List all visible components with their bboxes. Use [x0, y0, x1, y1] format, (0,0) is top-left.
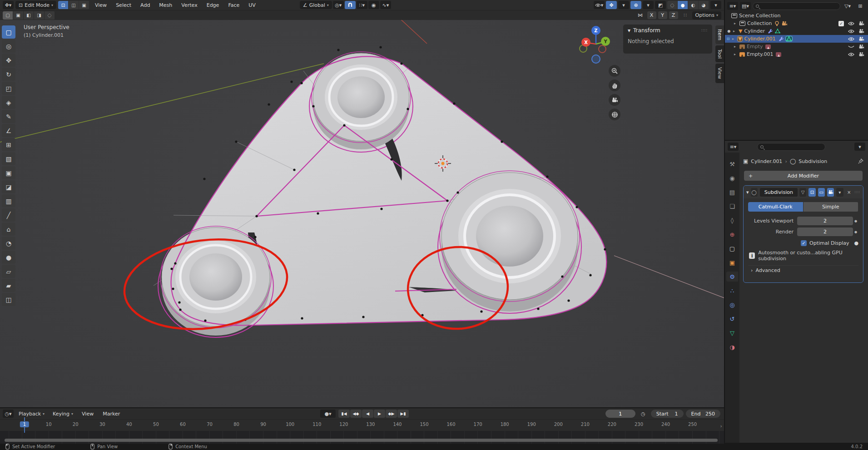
outliner-row-cylinder[interactable]: ● ▸ ▼ Cylinder: [725, 27, 868, 35]
properties-tab-physics[interactable]: ◎: [726, 300, 738, 310]
panel-collapse-icon[interactable]: ▾: [628, 27, 630, 34]
pivot-point-dropdown[interactable]: ◎▾: [333, 1, 344, 9]
tool-loop-cut-button[interactable]: ▥: [2, 194, 15, 208]
tool-transform-button[interactable]: ◈: [2, 96, 15, 109]
menu-view[interactable]: View: [91, 2, 110, 8]
outliner-row-scene-collection[interactable]: Scene Collection: [725, 12, 868, 20]
tool-add-cube-button[interactable]: ⊞: [2, 138, 15, 151]
tool-edge-slide-button[interactable]: ▱: [2, 265, 15, 278]
select-set-button[interactable]: ▢: [3, 11, 13, 20]
add-modifier-button[interactable]: + Add Modifier: [744, 171, 863, 181]
modifier-name-field[interactable]: Subdivision: [760, 188, 798, 197]
properties-search[interactable]: [757, 143, 825, 151]
camera-visibility-icon[interactable]: [858, 36, 864, 41]
menu-uv[interactable]: UV: [245, 2, 259, 8]
next-keyframe-button[interactable]: ◆▶: [386, 410, 397, 418]
tool-rip-region-button[interactable]: ◫: [2, 293, 15, 306]
tool-cursor-button[interactable]: ◎: [2, 40, 15, 53]
camera-visibility-icon[interactable]: [858, 44, 864, 49]
camera-view-button[interactable]: [609, 94, 620, 106]
snap-magnet-toggle[interactable]: [345, 1, 356, 9]
mode-dropdown[interactable]: ⊡ Edit Mode ▾: [15, 1, 56, 9]
timeline-track[interactable]: [0, 431, 724, 444]
outliner-row-collection[interactable]: ▸ Collection ✓: [725, 20, 868, 27]
menu-mesh[interactable]: Mesh: [155, 2, 176, 8]
outliner-row-empty-001[interactable]: ▸ ▲ Empty.001 ▲: [725, 50, 868, 58]
tool-scale-button[interactable]: ◰: [2, 82, 15, 95]
edge-select-button[interactable]: ◫: [69, 1, 79, 9]
overlays-dropdown[interactable]: ▾: [643, 1, 654, 9]
properties-tab-output[interactable]: ▤: [726, 187, 738, 197]
menu-vertex[interactable]: Vertex: [178, 2, 201, 8]
playback-menu[interactable]: Playback▾: [15, 410, 48, 418]
timeline-ruler[interactable]: 1 › 102030405060708090100110120130140150…: [0, 419, 724, 431]
expand-icon[interactable]: ▸: [732, 37, 736, 41]
tool-bevel-button[interactable]: ◪: [2, 180, 15, 193]
properties-search-input[interactable]: [765, 144, 822, 149]
play-button[interactable]: ▶: [374, 410, 385, 418]
tool-rotate-button[interactable]: ↻: [2, 68, 15, 81]
select-extend-button[interactable]: ▣: [13, 11, 23, 20]
ruler-collapse-icon[interactable]: ›: [720, 423, 722, 429]
keyframe-dot[interactable]: ●: [853, 230, 858, 234]
menu-face[interactable]: Face: [224, 2, 243, 8]
tool-poly-build-button[interactable]: ⌂: [2, 223, 15, 236]
show-on-cage-toggle[interactable]: ▽: [799, 188, 806, 197]
outliner-row-cylinder-001[interactable]: ⊡ ▸ ▼ Cylinder.001: [725, 35, 868, 43]
properties-tab-object[interactable]: ▣: [726, 257, 738, 267]
eye-icon[interactable]: [848, 29, 854, 34]
tool-select-box-button[interactable]: ▢: [2, 25, 15, 39]
properties-tab-view-layer[interactable]: ❏: [726, 201, 738, 211]
tab-view[interactable]: View: [715, 64, 724, 83]
modifier-drag-handle[interactable]: ∷∷: [855, 190, 860, 194]
timeline-editor-type-button[interactable]: ◷▾: [3, 410, 14, 418]
properties-editor-type-button[interactable]: ≡▾: [728, 143, 739, 151]
tool-knife-button[interactable]: ╱: [2, 208, 15, 222]
select-subtract-button[interactable]: ◧: [24, 11, 34, 20]
play-reverse-button[interactable]: ◀: [362, 410, 373, 418]
pin-icon[interactable]: [858, 158, 863, 164]
outliner-search-input[interactable]: [761, 4, 837, 9]
vertex-select-button[interactable]: ⊡: [58, 1, 68, 9]
breadcrumb-modifier[interactable]: Subdivision: [799, 158, 827, 164]
pan-hand-button[interactable]: [609, 79, 620, 91]
camera-visibility-icon[interactable]: [858, 52, 864, 57]
eye-icon[interactable]: [848, 52, 854, 57]
shading-material-button[interactable]: ◐: [688, 1, 698, 9]
keyframe-dot[interactable]: ●: [853, 219, 858, 223]
tool-annotate-button[interactable]: ✎: [2, 110, 15, 123]
stopwatch-icon[interactable]: ◷: [638, 410, 649, 418]
properties-tab-object-data[interactable]: ▽: [726, 328, 738, 338]
eye-icon[interactable]: [848, 37, 854, 41]
mirror-x-button[interactable]: X: [647, 11, 656, 19]
expand-icon[interactable]: ▸: [733, 29, 737, 33]
shading-rendered-button[interactable]: ◕: [699, 1, 709, 9]
gizmos-toggle[interactable]: ✥: [606, 1, 617, 9]
face-select-button[interactable]: ▣: [79, 1, 89, 9]
current-frame-field[interactable]: 1: [605, 410, 635, 418]
outliner-editor-type-button[interactable]: ≡▾: [727, 2, 738, 10]
eye-icon[interactable]: [848, 21, 854, 26]
snap-with-dropdown[interactable]: ∷▾: [357, 1, 367, 9]
3d-viewport[interactable]: ▢◎✥↻◰◈✎∠⊞▧▣◪▥╱⌂◔●▱▰◫ User Perspective (1…: [0, 20, 724, 407]
xray-toggle[interactable]: ◩: [655, 1, 666, 9]
timeline-scrollbar[interactable]: [5, 439, 718, 442]
levels-viewport-field[interactable]: 2: [797, 217, 853, 225]
properties-tab-constraints[interactable]: ↺: [726, 314, 738, 324]
expand-icon[interactable]: ▸: [734, 52, 738, 56]
tab-tool[interactable]: Tool: [715, 45, 724, 62]
editor-type-button[interactable]: ✥▾: [3, 1, 14, 9]
show-in-edit-mode-toggle[interactable]: ⊡: [808, 188, 815, 197]
optimal-display-checkbox[interactable]: ✓: [801, 240, 807, 246]
collection-checkbox[interactable]: ✓: [838, 21, 844, 26]
expand-icon[interactable]: ▸: [734, 21, 738, 25]
proportional-editing-toggle[interactable]: ◉: [368, 1, 379, 9]
prev-keyframe-button[interactable]: ◀◆: [350, 410, 362, 418]
tool-measure-button[interactable]: ∠: [2, 124, 15, 137]
properties-tab-render[interactable]: ◉: [726, 173, 738, 183]
properties-options-button[interactable]: ▾: [854, 143, 865, 151]
select-difference-button[interactable]: ◨: [34, 11, 44, 20]
outliner-row-empty[interactable]: ▸ ▲ Empty ▲: [725, 43, 868, 50]
tool-smooth-button[interactable]: ●: [2, 251, 15, 264]
keyframe-dot[interactable]: ●: [854, 240, 858, 246]
